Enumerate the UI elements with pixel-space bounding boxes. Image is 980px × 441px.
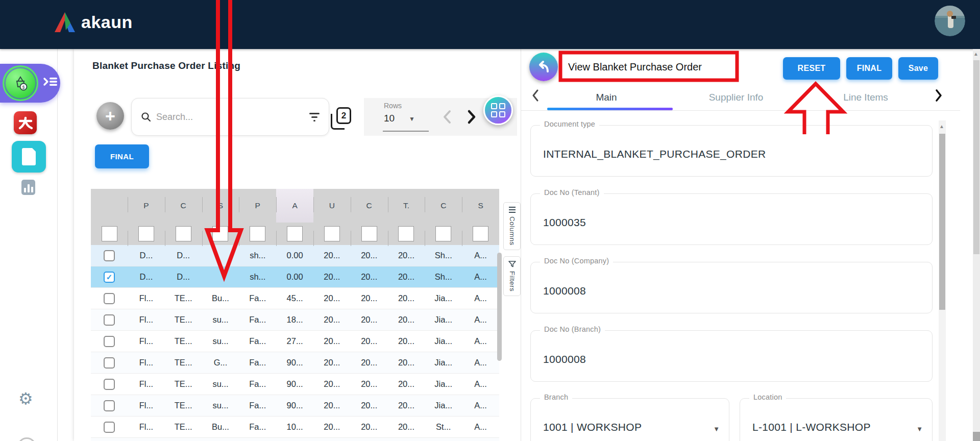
column-header[interactable]: P — [128, 189, 165, 223]
column-header[interactable]: A — [276, 189, 313, 223]
column-header[interactable]: C — [351, 189, 388, 223]
table-cell: 27... — [276, 331, 313, 352]
next-page-icon[interactable] — [466, 109, 477, 125]
field-value: 1000008 — [543, 353, 586, 365]
row-checkbox[interactable] — [104, 400, 115, 411]
select-branch[interactable]: Branch1001 | WORKSHOP▼ — [530, 398, 729, 441]
tab-line-items[interactable]: Line Items — [801, 84, 930, 110]
column-header[interactable]: S — [462, 189, 499, 223]
dropdown-caret-icon[interactable]: ▼ — [713, 425, 720, 433]
table-row[interactable] — [91, 438, 499, 441]
table-row[interactable]: Fl...TE...su...Fa...27...20...20...20...… — [91, 331, 499, 352]
row-checkbox[interactable] — [104, 422, 115, 433]
page-scrollbar[interactable]: ▲ — [973, 49, 980, 441]
column-header[interactable]: S — [202, 189, 239, 223]
back-button[interactable] — [529, 53, 558, 81]
row-checkbox-checked[interactable]: ✓ — [104, 272, 115, 283]
rows-caret-icon[interactable]: ▼ — [409, 115, 415, 122]
page-scroll-up-icon[interactable]: ▲ — [973, 51, 978, 57]
column-header[interactable]: C — [425, 189, 462, 223]
column-filter-input[interactable] — [250, 226, 265, 241]
document-teal-app-icon[interactable] — [12, 141, 46, 173]
bar-chart-app-icon[interactable] — [21, 180, 35, 195]
table-row[interactable]: Fl...TE...Bu...Fa...10...20...20...20...… — [91, 416, 499, 438]
filters-tab[interactable]: Filters — [503, 256, 521, 296]
page-scrollbar-thumb[interactable] — [973, 60, 979, 254]
column-filter-input[interactable] — [138, 226, 154, 241]
row-checkbox-cell: ✓ — [91, 266, 128, 287]
save-button[interactable]: Save — [898, 57, 938, 80]
settings-gear-icon[interactable]: ⚙ — [18, 389, 33, 408]
column-filter-input[interactable] — [287, 226, 303, 241]
table-row[interactable]: Fl...TE...Bu...Fa...45...20...20...20...… — [91, 288, 499, 309]
table-row[interactable]: Fl...TE...su...Fa...90...20...20...20...… — [91, 395, 499, 416]
column-header[interactable]: T. — [388, 189, 425, 223]
row-checkbox[interactable] — [104, 357, 115, 369]
akaun-logo[interactable]: akaun — [54, 11, 133, 33]
active-module-pill[interactable]: $ — [0, 64, 60, 103]
user-avatar[interactable] — [935, 6, 965, 36]
table-row[interactable]: ✓D...D...sh...0.0020...20...20...Sh...A.… — [91, 266, 499, 288]
column-header[interactable]: U — [313, 189, 351, 223]
field-value: 1001 | WORKSHOP — [543, 421, 642, 433]
column-filter-input[interactable] — [398, 226, 414, 241]
detail-final-button[interactable]: FINAL — [846, 57, 892, 80]
table-cell: Fa... — [239, 352, 276, 373]
select-location[interactable]: LocationL-1001 | L-WORKSHOP▼ — [740, 398, 933, 441]
field-document-type[interactable]: Document typeINTERNAL_BLANKET_PURCHASE_O… — [530, 125, 933, 177]
table-row[interactable]: Fl...TE...su...Fa...18...20...20...20...… — [91, 309, 499, 331]
search-input[interactable] — [156, 112, 309, 122]
reset-button[interactable]: RESET — [783, 57, 840, 80]
column-header[interactable]: C — [165, 189, 202, 223]
row-checkbox[interactable] — [104, 250, 115, 261]
row-checkbox[interactable] — [104, 336, 115, 347]
listing-final-button[interactable]: FINAL — [95, 144, 149, 168]
multi-page-icon[interactable]: 2 — [331, 107, 351, 130]
field-doc-no-tenant-[interactable]: Doc No (Tenant)1000035 — [530, 193, 933, 245]
tab-main[interactable]: Main — [542, 84, 671, 110]
column-filter-input[interactable] — [361, 226, 377, 241]
panel-scrollbar-thumb[interactable] — [939, 134, 945, 310]
field-doc-no-branch-[interactable]: Doc No (Branch)1000008 — [530, 330, 933, 382]
tab-supplier-info[interactable]: Supplier Info — [671, 84, 801, 110]
scroll-up-icon[interactable]: ▲ — [939, 124, 944, 129]
filter-cell — [239, 223, 276, 245]
tabs-scroll-left-icon[interactable] — [531, 89, 540, 102]
column-filter-input[interactable] — [324, 226, 340, 241]
column-filter-input[interactable] — [102, 226, 117, 241]
row-checkbox[interactable] — [104, 314, 115, 326]
row-checkbox[interactable] — [104, 293, 115, 304]
bigledger-red-app-icon[interactable] — [14, 111, 37, 134]
header-checkbox-cell[interactable] — [91, 189, 128, 223]
rows-per-page-select[interactable]: 10 — [384, 113, 395, 124]
filter-sort-icon[interactable] — [309, 113, 320, 121]
table-cell: D... — [128, 245, 165, 266]
columns-tab[interactable]: Columns — [503, 202, 521, 250]
filter-cell — [462, 223, 499, 245]
table-row[interactable]: Fl...TE...G...Fa...90...20...20...20...J… — [91, 352, 499, 374]
column-filter-input[interactable] — [435, 226, 451, 241]
column-filter-input[interactable] — [176, 226, 191, 241]
table-scrollbar-thumb[interactable] — [497, 253, 502, 361]
column-header[interactable]: P — [239, 189, 276, 223]
prev-page-icon[interactable] — [442, 109, 453, 125]
panel-scrollbar[interactable]: ▲ — [939, 120, 946, 441]
dropdown-caret-icon[interactable]: ▼ — [916, 425, 923, 433]
search-box[interactable] — [131, 98, 329, 136]
table-cell: Sh... — [425, 266, 462, 287]
table-row[interactable]: D...D...sh...0.0020...20...20...Sh...A..… — [91, 245, 499, 266]
tabs-scroll-right-icon[interactable] — [935, 89, 943, 102]
add-button[interactable]: + — [96, 102, 124, 130]
grid-icon — [491, 103, 505, 117]
table-row[interactable]: Fl...TE...su...Fa...90...20...20...20...… — [91, 374, 499, 395]
page-scroll-bottom[interactable] — [973, 432, 980, 441]
table-cell: A... — [462, 352, 499, 373]
row-checkbox[interactable] — [104, 379, 115, 390]
field-doc-no-company-[interactable]: Doc No (Company)1000008 — [530, 262, 933, 313]
marketplace-basket-icon[interactable]: $ — [3, 65, 38, 101]
column-filter-input[interactable] — [473, 226, 488, 241]
grid-view-button[interactable] — [483, 95, 513, 125]
column-filter-input[interactable] — [212, 226, 228, 241]
bottom-partial-icon[interactable] — [17, 437, 36, 441]
table-cell: 20... — [313, 352, 351, 373]
